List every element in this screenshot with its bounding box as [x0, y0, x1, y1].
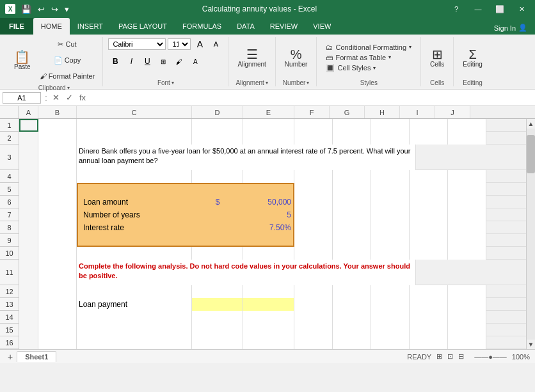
- cell-i6[interactable]: [410, 196, 448, 208]
- col-header-b[interactable]: B: [38, 106, 77, 118]
- cell-a3[interactable]: [19, 145, 38, 170]
- cell-j10[interactable]: [448, 247, 486, 260]
- cell-h4[interactable]: [371, 170, 410, 183]
- cell-a5[interactable]: [19, 183, 38, 196]
- view-pagebreak-btn[interactable]: ⊟: [458, 352, 464, 361]
- cell-g12[interactable]: [333, 285, 371, 298]
- cell-d13[interactable]: [192, 298, 243, 311]
- tab-formulas[interactable]: FORMULAS: [175, 18, 229, 35]
- number-expand[interactable]: ▾: [307, 80, 309, 86]
- cell-e15[interactable]: [243, 324, 294, 336]
- cut-btn[interactable]: ✂ Cut: [37, 37, 98, 51]
- cell-c2[interactable]: [77, 132, 192, 145]
- cell-h13[interactable]: [371, 298, 410, 311]
- cell-d2[interactable]: [192, 132, 243, 145]
- undo-btn[interactable]: ↩: [36, 4, 47, 15]
- cell-h12[interactable]: [371, 285, 410, 298]
- row-header-3[interactable]: 3: [0, 145, 19, 170]
- tab-review[interactable]: REVIEW: [262, 18, 305, 35]
- bold-btn[interactable]: B: [108, 54, 122, 68]
- cell-i10[interactable]: [410, 247, 448, 260]
- cell-a1[interactable]: [19, 119, 38, 132]
- cell-j7[interactable]: [448, 208, 486, 221]
- font-expand[interactable]: ▾: [172, 80, 174, 86]
- cell-j1[interactable]: [448, 119, 486, 132]
- row-header-6[interactable]: 6: [0, 196, 19, 208]
- fill-color-btn[interactable]: 🖌: [172, 54, 186, 68]
- cell-i8[interactable]: [410, 221, 448, 234]
- cell-i12[interactable]: [410, 285, 448, 298]
- cell-h8[interactable]: [371, 221, 410, 234]
- cell-c13[interactable]: Loan payment: [77, 298, 192, 311]
- cell-j14[interactable]: [448, 311, 486, 324]
- cell-j4[interactable]: [448, 170, 486, 183]
- cell-a14[interactable]: [19, 311, 38, 324]
- customize-btn[interactable]: ▾: [63, 4, 71, 15]
- cell-f1[interactable]: [294, 119, 333, 132]
- scroll-down-arrow[interactable]: ▼: [527, 340, 535, 349]
- cell-d1[interactable]: [192, 119, 243, 132]
- view-layout-btn[interactable]: ⊡: [447, 352, 453, 361]
- conditional-formatting-btn[interactable]: 🗂 Conditional Formatting ▾: [322, 43, 415, 52]
- scroll-up-arrow[interactable]: ▲: [527, 119, 535, 129]
- cell-c12[interactable]: [77, 285, 192, 298]
- cell-a7[interactable]: [19, 208, 38, 221]
- cell-g9[interactable]: [333, 234, 371, 247]
- cell-i7[interactable]: [410, 208, 448, 221]
- cell-j2[interactable]: [448, 132, 486, 145]
- view-normal-btn[interactable]: ⊞: [436, 352, 442, 361]
- cell-f2[interactable]: [294, 132, 333, 145]
- cell-e1[interactable]: [243, 119, 294, 132]
- cell-h15[interactable]: [371, 324, 410, 336]
- cell-h1[interactable]: [371, 119, 410, 132]
- row-header-16[interactable]: 16: [0, 336, 19, 349]
- cell-g13[interactable]: [333, 298, 371, 311]
- cell-i15[interactable]: [410, 324, 448, 336]
- cell-d10[interactable]: [192, 247, 243, 260]
- cell-c9[interactable]: [77, 234, 192, 247]
- cell-j16[interactable]: [448, 336, 486, 349]
- cell-b5[interactable]: [38, 183, 77, 196]
- cell-c4[interactable]: [77, 170, 192, 183]
- alignment-btn[interactable]: ☰ Alignment: [234, 47, 269, 69]
- cell-c15[interactable]: [77, 324, 192, 336]
- cell-i4[interactable]: [410, 170, 448, 183]
- font-color-btn[interactable]: A: [188, 54, 202, 68]
- cell-f5[interactable]: [294, 183, 333, 196]
- border-btn[interactable]: ⊞: [156, 54, 170, 68]
- cell-b7[interactable]: [38, 208, 77, 221]
- cell-e14[interactable]: [243, 311, 294, 324]
- cell-j6[interactable]: [448, 196, 486, 208]
- cell-e9[interactable]: [243, 234, 294, 247]
- cell-c8[interactable]: Interest rate: [77, 221, 192, 234]
- tab-data[interactable]: DATA: [229, 18, 262, 35]
- col-header-h[interactable]: H: [365, 106, 400, 118]
- cell-h16[interactable]: [371, 336, 410, 349]
- cell-i13[interactable]: [410, 298, 448, 311]
- tab-page-layout[interactable]: PAGE LAYOUT: [111, 18, 175, 35]
- minimize-btn[interactable]: —: [470, 3, 486, 15]
- cell-b4[interactable]: [38, 170, 77, 183]
- help-btn[interactable]: ?: [448, 3, 465, 15]
- cell-b14[interactable]: [38, 311, 77, 324]
- cell-c1[interactable]: [77, 119, 192, 132]
- row-header-2[interactable]: 2: [0, 132, 19, 145]
- italic-btn[interactable]: I: [124, 54, 138, 68]
- redo-btn[interactable]: ↪: [49, 4, 60, 15]
- maximize-btn[interactable]: ⬜: [491, 3, 508, 15]
- cell-d15[interactable]: [192, 324, 243, 336]
- cell-g1[interactable]: [333, 119, 371, 132]
- cell-g16[interactable]: [333, 336, 371, 349]
- cell-g6[interactable]: [333, 196, 371, 208]
- cell-b16[interactable]: [38, 336, 77, 349]
- cell-a12[interactable]: [19, 285, 38, 298]
- cell-f13[interactable]: [294, 298, 333, 311]
- tab-view[interactable]: VIEW: [305, 18, 339, 35]
- row-header-13[interactable]: 13: [0, 298, 19, 311]
- cell-f16[interactable]: [294, 336, 333, 349]
- save-btn[interactable]: 💾: [19, 4, 33, 15]
- cell-j8[interactable]: [448, 221, 486, 234]
- tab-insert[interactable]: INSERT: [70, 18, 111, 35]
- cell-i1[interactable]: [410, 119, 448, 132]
- row-header-1[interactable]: 1: [0, 119, 19, 132]
